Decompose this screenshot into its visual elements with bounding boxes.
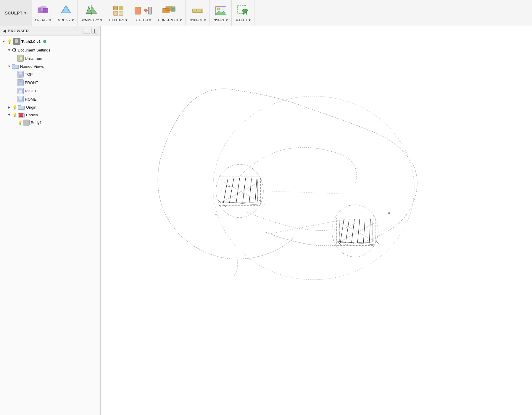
viewport-area	[101, 26, 532, 415]
origin-folder-icon	[18, 104, 25, 110]
svg-point-84	[228, 186, 230, 187]
doc-settings-toggle[interactable]: ▼	[7, 47, 12, 53]
body1-icon	[23, 120, 30, 126]
svg-line-58	[229, 178, 234, 203]
svg-point-86	[215, 214, 217, 215]
cad-viewport[interactable]	[101, 26, 532, 415]
create-icons	[37, 4, 50, 17]
view-top-icon	[17, 71, 24, 78]
inspect-icon	[191, 4, 204, 17]
units-icon	[17, 55, 24, 62]
toolbar-modify[interactable]: MODIFY ▼	[55, 0, 78, 26]
svg-rect-9	[119, 6, 123, 10]
view-home-icon	[17, 96, 24, 102]
svg-rect-51	[18, 106, 25, 110]
svg-line-61	[249, 178, 252, 203]
main-area: ◀ BROWSER — ‖ ▼ 💡 Tech3.0 v1	[0, 26, 532, 415]
cad-drawing	[101, 26, 532, 415]
browser-tree: ▼ 💡 Tech3.0 v1 ▼ ⚙ Document Settings	[0, 36, 100, 415]
toolbar-select[interactable]: SELECT ▼	[232, 0, 254, 26]
top-spacer	[12, 72, 17, 77]
toolbar-inspect[interactable]: INSPECT ▼	[186, 0, 210, 26]
svg-line-83	[263, 191, 345, 194]
toolbar-symmetry[interactable]: SYMMETRY ▼	[78, 0, 106, 26]
construct-label: CONSTRUCT ▼	[158, 18, 183, 22]
toolbar-construct[interactable]: CONSTRUCT ▼	[155, 0, 186, 26]
body1-eye[interactable]: 💡	[17, 120, 23, 126]
named-views-label: Named Views	[20, 64, 44, 69]
bodies-toggle[interactable]: ▼	[7, 112, 12, 118]
tree-item-view-front[interactable]: FRONT	[0, 78, 100, 87]
browser-controls: — ‖	[83, 28, 97, 34]
modify-icon	[59, 4, 72, 17]
toolbar: SCULPT ▼ CREATE ▼ MODIFY ▼	[0, 0, 532, 26]
toolbar-insert[interactable]: INSERT ▼	[210, 0, 232, 26]
toolbar-create[interactable]: CREATE ▼	[32, 0, 55, 26]
root-active-dot	[43, 40, 46, 43]
svg-marker-6	[92, 7, 97, 14]
tree-item-root[interactable]: ▼ 💡 Tech3.0 v1	[0, 37, 100, 46]
tree-item-named-views[interactable]: ▼ Named Views	[0, 62, 100, 70]
browser-more-btn[interactable]: ‖	[91, 28, 97, 34]
tree-item-doc-settings[interactable]: ▼ ⚙ Document Settings	[0, 46, 100, 54]
inspect-icons	[191, 4, 204, 17]
browser-pin-btn[interactable]: —	[83, 28, 90, 34]
svg-line-71	[340, 220, 344, 243]
svg-rect-10	[114, 11, 118, 15]
svg-rect-16	[166, 7, 171, 11]
select-icon	[236, 4, 249, 17]
bodies-eye[interactable]: 💡	[12, 112, 18, 118]
body1-label: Body1	[31, 120, 42, 125]
body1-spacer	[12, 120, 17, 125]
modify-icons	[59, 4, 72, 17]
svg-line-65	[219, 201, 260, 205]
tree-item-origin[interactable]: ▶ 💡 Origin	[0, 103, 100, 111]
insert-icon	[214, 4, 227, 17]
named-views-toggle[interactable]: ▼	[7, 64, 12, 69]
tree-item-view-right[interactable]: RIGHT	[0, 87, 100, 95]
toolbar-utilities[interactable]: UTILITIES ▼	[106, 0, 131, 26]
doc-settings-gear-icon: ⚙	[12, 47, 17, 53]
svg-rect-2	[43, 8, 48, 13]
bodies-folder-icon	[18, 112, 25, 118]
toolbar-sketch[interactable]: SKETCH ▼	[131, 0, 155, 26]
symmetry-label: SYMMETRY ▼	[80, 18, 103, 22]
right-spacer	[12, 88, 17, 94]
home-spacer	[12, 96, 17, 102]
sketch-icons	[134, 4, 152, 17]
sculpt-chevron: ▼	[24, 11, 27, 15]
units-label: Units: mm	[25, 56, 42, 61]
select-icons	[236, 4, 249, 17]
tree-item-units[interactable]: Units: mm	[0, 54, 100, 62]
tree-item-view-top[interactable]: TOP	[0, 70, 100, 78]
root-toggle[interactable]: ▼	[1, 39, 7, 44]
utilities-icon	[112, 4, 125, 17]
svg-point-18	[171, 6, 175, 8]
construct-icon	[162, 4, 179, 17]
insert-icons	[214, 4, 227, 17]
doc-settings-label: Document Settings	[18, 48, 50, 52]
browser-collapse-btn[interactable]: ◀	[3, 29, 6, 33]
tree-item-body1[interactable]: 💡 Body1	[0, 119, 100, 126]
utilities-icons	[112, 4, 125, 17]
svg-line-75	[363, 219, 365, 243]
browser-title: BROWSER	[8, 29, 29, 33]
svg-line-82	[269, 219, 346, 234]
create-icon	[37, 4, 50, 17]
svg-line-72	[346, 219, 349, 243]
tree-item-view-home[interactable]: HOME	[0, 95, 100, 103]
origin-toggle[interactable]: ▶	[7, 104, 12, 110]
browser-header: ◀ BROWSER — ‖	[0, 26, 100, 36]
svg-rect-31	[19, 57, 22, 60]
svg-marker-5	[86, 7, 92, 14]
utilities-label: UTILITIES ▼	[109, 18, 128, 22]
origin-eye[interactable]: 💡	[12, 104, 18, 110]
tree-item-bodies[interactable]: ▼ 💡 Bodies	[0, 111, 100, 119]
origin-label: Origin	[26, 105, 36, 110]
view-front-label: FRONT	[25, 81, 38, 85]
svg-point-25	[217, 8, 220, 10]
modify-label: MODIFY ▼	[58, 18, 75, 22]
sculpt-button[interactable]: SCULPT ▼	[0, 0, 32, 26]
root-eye[interactable]: 💡	[7, 38, 12, 44]
sketch-icon	[134, 4, 152, 17]
